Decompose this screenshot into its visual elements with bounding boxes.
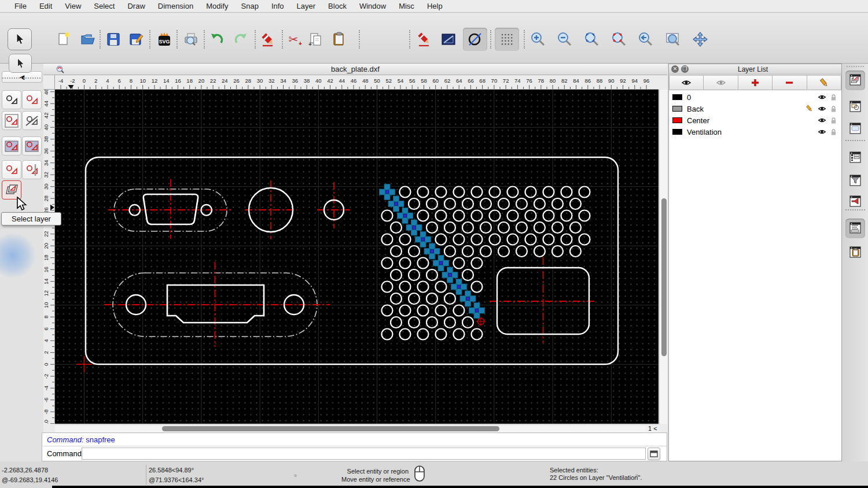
selected-circle-handles[interactable] (460, 291, 476, 306)
selected-circle-handles[interactable] (406, 220, 422, 235)
remove-layer-minus-button[interactable] (773, 75, 807, 90)
vent-hole[interactable] (444, 198, 455, 209)
vent-hole[interactable] (498, 222, 509, 233)
paste-button[interactable] (329, 29, 349, 49)
vent-hole[interactable] (418, 305, 429, 316)
menu-block[interactable]: Block (322, 0, 353, 12)
vent-hole[interactable] (436, 187, 447, 198)
drawing-canvas[interactable] (55, 90, 659, 424)
vent-hole[interactable] (400, 234, 411, 245)
tool-deselect-entity[interactable] (22, 111, 42, 130)
close-icon[interactable]: ✕ (671, 65, 679, 73)
vent-hole[interactable] (400, 258, 411, 269)
tools-back-button[interactable]: ◀ (2, 71, 42, 83)
layer-lock-icon[interactable] (830, 105, 837, 113)
vent-hole[interactable] (472, 187, 483, 198)
vent-hole[interactable] (391, 222, 402, 233)
selection-filter-panel-button[interactable] (845, 171, 865, 191)
menu-layer[interactable]: Layer (290, 0, 322, 12)
vent-hole[interactable] (552, 222, 563, 233)
menu-select[interactable]: Select (87, 0, 121, 12)
layer-visible-eye-icon[interactable] (818, 117, 826, 124)
selection-pointer-button-secondary[interactable] (9, 54, 32, 73)
vent-hole[interactable] (579, 234, 590, 245)
selected-circle-handles[interactable] (388, 196, 404, 212)
clipboard-panel-button[interactable] (845, 243, 865, 263)
tool-select-inverted[interactable] (22, 160, 42, 179)
layer-lock-icon[interactable] (830, 128, 837, 136)
vent-hole[interactable] (400, 282, 411, 293)
command-window-toggle-button[interactable] (648, 448, 660, 460)
vent-hole[interactable] (436, 329, 447, 340)
vent-hole[interactable] (480, 198, 491, 209)
zoom-previous-button[interactable] (636, 29, 656, 49)
layer-list-panel-button[interactable] (845, 71, 865, 90)
vent-hole[interactable] (418, 282, 429, 293)
menu-draw[interactable]: Draw (121, 0, 151, 12)
horizontal-scrollbar-thumb[interactable] (162, 426, 499, 431)
draw-pencil-button[interactable] (414, 29, 434, 49)
vent-hole[interactable] (454, 329, 465, 340)
vent-hole[interactable] (444, 222, 455, 233)
selection-pointer-button[interactable] (8, 28, 32, 50)
vent-hole[interactable] (391, 317, 402, 328)
vent-hole[interactable] (391, 246, 402, 257)
vent-hole[interactable] (552, 198, 563, 209)
vent-hole[interactable] (516, 198, 527, 209)
tool-select-window[interactable] (2, 111, 21, 130)
vent-hole[interactable] (382, 210, 393, 221)
vent-hole[interactable] (454, 234, 465, 245)
pan-button[interactable] (690, 29, 710, 49)
vent-hole[interactable] (418, 329, 429, 340)
command-input[interactable] (82, 448, 646, 460)
vent-hole[interactable] (400, 305, 411, 316)
menu-snap[interactable]: Snap (235, 0, 265, 12)
menu-modify[interactable]: Modify (200, 0, 234, 12)
vent-hole[interactable] (525, 187, 536, 198)
copy-button[interactable]: + (306, 29, 326, 49)
vent-hole[interactable] (498, 246, 509, 257)
layer-row-center[interactable]: Center (669, 114, 841, 126)
vent-hole[interactable] (391, 293, 402, 304)
vent-hole[interactable] (490, 187, 501, 198)
vent-hole[interactable] (462, 246, 473, 257)
menu-help[interactable]: Help (421, 0, 449, 12)
vent-hole[interactable] (409, 246, 420, 257)
vent-hole[interactable] (391, 269, 402, 280)
hide-all-eye-button[interactable] (704, 75, 738, 90)
vent-hole[interactable] (436, 305, 447, 316)
vent-hole[interactable] (454, 305, 465, 316)
vent-hole[interactable] (462, 222, 473, 233)
zoom-out-button[interactable] (555, 29, 575, 49)
layer-row-0[interactable]: 0 (669, 91, 841, 103)
vent-hole[interactable] (400, 329, 411, 340)
tool-select-contour[interactable] (22, 90, 42, 109)
vent-hole[interactable] (409, 293, 420, 304)
tool-select-window-filled[interactable] (2, 136, 21, 156)
vent-hole[interactable] (382, 258, 393, 269)
vent-hole[interactable] (507, 187, 518, 198)
vent-hole[interactable] (570, 222, 581, 233)
vent-hole[interactable] (444, 246, 455, 257)
vent-hole[interactable] (454, 210, 465, 221)
vent-hole[interactable] (436, 210, 447, 221)
vent-hole[interactable] (382, 305, 393, 316)
vent-hole[interactable] (516, 222, 527, 233)
delete-eraser-button[interactable] (258, 29, 278, 49)
vent-hole[interactable] (462, 269, 473, 280)
vent-hole[interactable] (400, 187, 411, 198)
vent-hole[interactable] (490, 234, 501, 245)
property-editor-panel-button[interactable] (845, 119, 865, 139)
zoom-window-button[interactable] (663, 29, 683, 49)
vent-hole[interactable] (561, 210, 572, 221)
cut-button[interactable]: ✂+ (285, 29, 305, 49)
vent-hole[interactable] (525, 234, 536, 245)
block-list-panel-button[interactable] (845, 97, 865, 117)
menu-view[interactable]: View (58, 0, 87, 12)
horizontal-scrollbar[interactable] (55, 424, 645, 432)
vent-hole[interactable] (579, 187, 590, 198)
vent-hole[interactable] (436, 234, 447, 245)
vent-hole[interactable] (436, 282, 447, 293)
snap-free-button[interactable] (463, 28, 487, 51)
zoom-in-button[interactable] (528, 29, 548, 49)
